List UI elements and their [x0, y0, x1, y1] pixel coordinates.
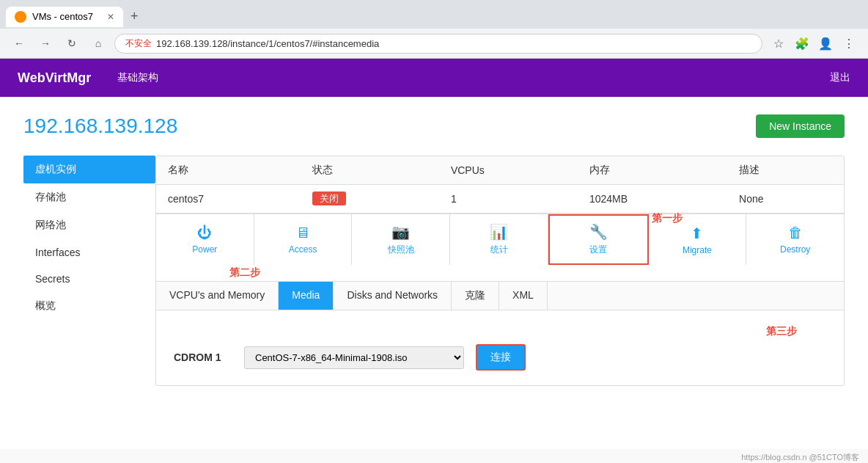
sidebar: 虚机实例 存储池 网络池 Interfaces Secrets 概览 — [23, 156, 155, 386]
sidebar-item-interfaces[interactable]: Interfaces — [23, 239, 155, 266]
action-migrate-label: Migrate — [683, 245, 712, 255]
cell-vcpus: 1 — [439, 185, 578, 214]
tab-clone[interactable]: 克隆 — [452, 282, 499, 310]
menu-icon[interactable]: ⋮ — [839, 33, 859, 54]
action-access-label: Access — [289, 244, 317, 255]
nav-item-infrastructure[interactable]: 基础架构 — [108, 71, 167, 84]
col-header-status: 状态 — [301, 156, 439, 185]
col-header-name: 名称 — [156, 156, 301, 185]
action-access[interactable]: 🖥 Access — [254, 214, 353, 265]
back-button[interactable]: ← — [9, 33, 29, 54]
insecure-label: 不安全 — [125, 37, 152, 50]
action-destroy-label: Destroy — [780, 244, 810, 255]
page-header: 192.168.139.128 New Instance — [23, 114, 845, 138]
cell-memory: 1024MB — [578, 185, 727, 214]
step3-label: 第三步 — [766, 325, 797, 337]
table-row[interactable]: centos7 关闭 1 1024MB None — [156, 185, 844, 214]
action-settings-label: 设置 — [589, 244, 607, 256]
connect-button[interactable]: 连接 — [476, 344, 526, 371]
destroy-icon: 🗑 — [788, 225, 803, 241]
actions-row: ⏻ Power 🖥 Access 📷 快照池 📊 — [156, 214, 844, 265]
browser-tab[interactable]: VMs - centos7 ✕ — [6, 7, 123, 27]
power-icon: ⏻ — [197, 225, 212, 241]
step1-label: 第一步 — [652, 212, 683, 225]
sidebar-item-storage[interactable]: 存储池 — [23, 183, 155, 211]
cdrom-row: CDROM 1 CentOS-7-x86_64-Minimal-1908.iso… — [174, 344, 826, 371]
app-logo: WebVirtMgr — [18, 70, 91, 86]
tab-close-icon[interactable]: ✕ — [107, 12, 114, 22]
action-snapshot[interactable]: 📷 快照池 — [352, 214, 450, 265]
col-header-desc: 描述 — [727, 156, 844, 185]
settings-icon: 🔧 — [589, 223, 608, 241]
action-stats-label: 统计 — [490, 244, 508, 256]
profile-icon[interactable]: 👤 — [815, 33, 836, 54]
instance-table: 名称 状态 VCPUs 内存 描述 centos7 关闭 — [156, 156, 844, 214]
cell-status: 关闭 — [301, 185, 439, 214]
page-title: 192.168.139.128 — [23, 114, 177, 138]
tab-media[interactable]: Media — [279, 282, 334, 310]
sidebar-item-secrets[interactable]: Secrets — [23, 266, 155, 292]
extension-icon[interactable]: 🧩 — [792, 33, 812, 54]
migrate-icon: ⬆ — [691, 225, 703, 242]
action-power[interactable]: ⏻ Power — [156, 214, 254, 265]
home-button[interactable]: ⌂ — [88, 33, 108, 54]
stats-icon: 📊 — [490, 223, 508, 241]
tab-disks[interactable]: Disks and Networks — [334, 282, 452, 310]
sidebar-item-overview[interactable]: 概览 — [23, 292, 155, 320]
logout-button[interactable]: 退出 — [830, 71, 850, 84]
bookmark-icon[interactable]: ☆ — [768, 33, 789, 54]
step2-annotation: 第二步 — [156, 265, 844, 281]
watermark: https://blog.csdn.n @51CTO博客 — [0, 449, 868, 463]
refresh-button[interactable]: ↻ — [62, 33, 82, 54]
main-panel: 名称 状态 VCPUs 内存 描述 centos7 关闭 — [155, 156, 845, 386]
address-text: 192.168.139.128/instance/1/centos7/#inst… — [156, 38, 379, 49]
cdrom-label: CDROM 1 — [174, 351, 232, 363]
app-header: WebVirtMgr 基础架构 退出 — [0, 59, 868, 97]
sidebar-item-network[interactable]: 网络池 — [23, 211, 155, 239]
step3-annotation: 第三步 — [174, 325, 826, 338]
new-instance-button[interactable]: New Instance — [756, 114, 845, 138]
col-header-memory: 内存 — [578, 156, 727, 185]
tab-favicon — [15, 11, 26, 23]
tabs-row: VCPU's and Memory Media Disks and Networ… — [156, 281, 844, 310]
forward-button[interactable]: → — [35, 33, 56, 54]
tab-xml[interactable]: XML — [499, 282, 548, 310]
action-snapshot-label: 快照池 — [388, 244, 414, 256]
action-power-label: Power — [192, 244, 217, 255]
access-icon: 🖥 — [295, 225, 310, 241]
col-header-vcpus: VCPUs — [439, 156, 578, 185]
main-layout: 虚机实例 存储池 网络池 Interfaces Secrets 概览 名称 状态 — [23, 156, 845, 386]
new-tab-button[interactable]: + — [123, 4, 146, 29]
step2-label: 第二步 — [229, 266, 260, 278]
action-stats[interactable]: 📊 统计 — [450, 214, 548, 265]
status-badge: 关闭 — [312, 192, 346, 205]
action-settings[interactable]: 🔧 设置 — [548, 214, 649, 265]
cell-name: centos7 — [156, 185, 301, 214]
tab-title: VMs - centos7 — [32, 11, 93, 22]
cell-desc: None — [727, 185, 844, 214]
media-panel: 第三步 CDROM 1 CentOS-7-x86_64-Minimal-1908… — [156, 310, 844, 385]
tab-vcpu[interactable]: VCPU's and Memory — [156, 282, 279, 310]
sidebar-item-vms[interactable]: 虚机实例 — [23, 156, 155, 183]
snapshot-icon: 📷 — [391, 223, 410, 241]
cdrom-select[interactable]: CentOS-7-x86_64-Minimal-1908.iso — [244, 346, 464, 369]
address-bar[interactable]: 不安全 192.168.139.128/instance/1/centos7/#… — [114, 34, 762, 54]
action-destroy[interactable]: 🗑 Destroy — [746, 214, 844, 265]
